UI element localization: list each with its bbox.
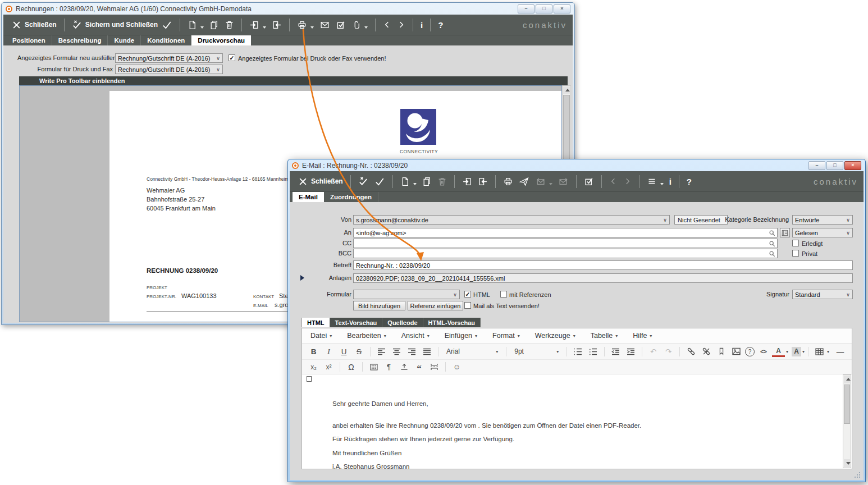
sichern-und-schliessen-button[interactable] — [358, 176, 368, 186]
insert-table-button[interactable] — [813, 346, 826, 358]
schliessen-button[interactable]: Schließen — [298, 177, 343, 186]
align-left-button[interactable] — [375, 346, 388, 358]
dropdown-caret-icon[interactable]: ▾ — [786, 349, 788, 354]
tab-html[interactable]: HTML — [302, 318, 330, 327]
dropdown-caret-icon[interactable]: ▾ — [827, 349, 829, 354]
search-icon[interactable] — [769, 250, 775, 257]
attachment-button[interactable] — [351, 20, 368, 30]
tab-quellcode[interactable]: Quellcode — [382, 318, 423, 327]
strikethrough-button[interactable]: S — [353, 346, 366, 358]
align-right-button[interactable] — [405, 346, 418, 358]
menu-datei[interactable]: Datei▾ — [310, 332, 332, 340]
paragraph-marks-button[interactable]: ¶ — [382, 361, 395, 373]
betreff-input[interactable]: Rechnung-Nr. : 0238/09/20 — [353, 260, 853, 270]
referenz-einfuegen-button[interactable]: Referenz einfügen — [408, 301, 463, 310]
editor-help-button[interactable]: ? — [745, 347, 755, 356]
special-character-button[interactable]: Ω — [345, 361, 358, 373]
menu-einfuegen[interactable]: Einfügen▾ — [445, 332, 477, 340]
insert-image-button[interactable] — [730, 346, 743, 358]
menu-ansicht[interactable]: Ansicht▾ — [401, 332, 430, 340]
print-button[interactable] — [503, 177, 513, 186]
close-window-button[interactable]: × — [554, 4, 570, 13]
menu-button[interactable] — [647, 177, 664, 186]
help-button[interactable]: ? — [687, 177, 692, 186]
menu-tabelle[interactable]: Tabelle▾ — [591, 332, 618, 340]
cc-input[interactable] — [353, 239, 778, 248]
tab-druckvorschau[interactable]: Druckvorschau — [191, 35, 251, 45]
sichern-button[interactable] — [374, 176, 385, 186]
menu-format[interactable]: Format▾ — [492, 332, 520, 340]
body-scrollbar[interactable] — [843, 374, 851, 468]
insert-template-button[interactable] — [398, 361, 410, 373]
insert-link-button[interactable] — [684, 346, 697, 358]
mit-referenzen-checkbox[interactable] — [500, 291, 507, 298]
duplicate-record-button[interactable] — [422, 177, 432, 186]
font-size-select[interactable]: 9pt▾ — [514, 347, 559, 355]
send-button[interactable] — [519, 177, 529, 186]
minimize-button[interactable]: – — [808, 161, 825, 170]
help-button[interactable]: ? — [438, 21, 443, 29]
scroll-up-icon[interactable] — [563, 86, 570, 94]
delete-record-button[interactable] — [225, 20, 234, 30]
tab-html-vorschau[interactable]: HTML-Vorschau — [423, 318, 481, 327]
mail-als-text-checkbox[interactable] — [464, 302, 471, 309]
highlight-color-button[interactable]: A — [792, 347, 801, 356]
task-button[interactable] — [336, 20, 346, 30]
font-family-select[interactable]: Arial▾ — [446, 347, 498, 355]
email-body[interactable]: Sehr geehrte Damen und Herren, anbei erh… — [302, 374, 852, 469]
horizontal-rule-button[interactable]: — — [834, 346, 847, 358]
blockquote-button[interactable]: “ — [413, 359, 426, 375]
scroll-up-icon[interactable] — [844, 376, 850, 383]
emoticon-button[interactable]: ☺ — [450, 361, 463, 373]
tab-email[interactable]: E-Mail — [293, 192, 324, 202]
remove-link-button[interactable] — [700, 346, 712, 358]
font-color-button[interactable]: A — [772, 346, 785, 357]
new-record-button[interactable] — [188, 20, 204, 30]
source-code-button[interactable]: <> — [757, 346, 770, 358]
task-button[interactable] — [584, 177, 594, 186]
html-checkbox[interactable]: ✓ — [464, 291, 471, 298]
signatur-select[interactable]: Standard ∨ — [792, 290, 853, 299]
tab-konditionen[interactable]: Konditionen — [141, 35, 191, 45]
info-button[interactable]: i — [669, 177, 671, 186]
print-button[interactable] — [297, 20, 314, 30]
import-button[interactable] — [462, 177, 472, 186]
formular-select[interactable]: ∨ — [353, 290, 460, 299]
previous-record-button[interactable] — [383, 20, 391, 29]
gelesen-select[interactable]: Gelesen ∨ — [792, 228, 853, 237]
export-button[interactable] — [272, 20, 282, 30]
bold-button[interactable]: B — [307, 346, 320, 358]
export-button[interactable] — [478, 177, 488, 186]
schliessen-button[interactable]: Schließen — [12, 20, 57, 30]
search-icon[interactable] — [769, 240, 775, 247]
italic-button[interactable]: I — [322, 346, 335, 358]
email-button[interactable] — [319, 20, 330, 30]
numbered-list-button[interactable] — [587, 346, 600, 358]
superscript-button[interactable]: x² — [322, 361, 335, 373]
resize-grip[interactable] — [854, 472, 861, 478]
close-window-button[interactable]: × — [844, 161, 861, 170]
menu-hilfe[interactable]: Hilfe▾ — [633, 332, 652, 340]
body-scrollbar-thumb[interactable] — [844, 385, 850, 424]
indent-decrease-button[interactable] — [609, 346, 622, 358]
privat-checkbox[interactable] — [792, 250, 799, 257]
kategorie-select[interactable]: Entwürfe ∨ — [792, 215, 853, 225]
info-button[interactable]: i — [421, 21, 423, 29]
bild-hinzufuegen-button[interactable]: Bild hinzufügen — [353, 301, 405, 310]
new-record-button[interactable] — [400, 177, 417, 186]
anlagen-field[interactable]: 02380920.PDF; 0238_09_20__20210414_15555… — [353, 273, 853, 283]
page-break-button[interactable] — [428, 361, 441, 373]
tab-positionen[interactable]: Positionen — [6, 35, 52, 45]
address-book-button[interactable] — [780, 228, 790, 237]
tab-kunde[interactable]: Kunde — [108, 35, 141, 45]
tab-beschreibung[interactable]: Beschreibung — [52, 35, 108, 45]
align-justify-button[interactable] — [421, 346, 433, 358]
scroll-down-icon[interactable] — [844, 459, 850, 467]
align-center-button[interactable] — [390, 346, 403, 358]
dropdown-caret-icon[interactable]: ▾ — [802, 349, 805, 354]
maximize-button[interactable]: □ — [536, 4, 552, 13]
import-button[interactable] — [249, 20, 266, 30]
print-form-select[interactable]: Rechnung/Gutschrift DE (A-2016) ∨ — [115, 65, 223, 74]
underline-button[interactable]: U — [337, 346, 350, 358]
search-icon[interactable] — [769, 230, 775, 236]
